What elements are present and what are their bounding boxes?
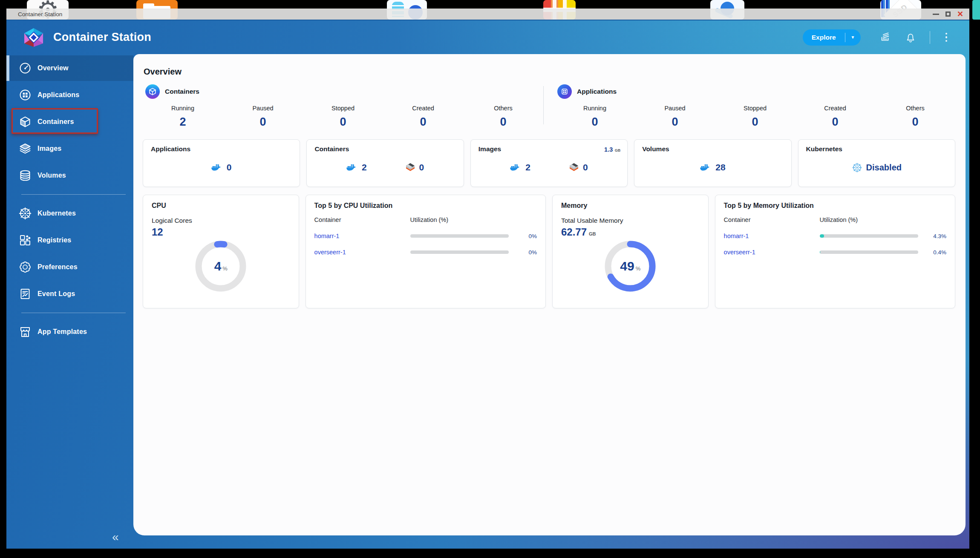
close-button[interactable]: ✕ bbox=[957, 10, 963, 18]
container-station-logo bbox=[23, 27, 45, 48]
docker-icon bbox=[510, 163, 522, 172]
sidebar-item-images[interactable]: Images bbox=[6, 136, 133, 161]
table-row: homarr-1 4.3% bbox=[724, 233, 946, 239]
table-header: Container Utilization (%) bbox=[724, 216, 946, 223]
utilization-bar bbox=[410, 250, 509, 254]
memory-top-card: Top 5 by Memory Utilization Container Ut… bbox=[715, 195, 955, 308]
event-logs-icon bbox=[19, 288, 32, 300]
brand: Container Station bbox=[6, 27, 803, 48]
stat-value: 0 bbox=[383, 115, 463, 129]
utilization-cards-row: CPU Logical Cores 12 4 % bbox=[143, 195, 955, 308]
sidebar-item-label: Preferences bbox=[37, 263, 78, 271]
stat-value: 0 bbox=[303, 115, 383, 129]
lxd-icon bbox=[405, 163, 415, 172]
app-area: Container Station Explore ▼ bbox=[6, 20, 969, 549]
utilization-percent: 0% bbox=[515, 233, 537, 239]
cpu-top-card: Top 5 by CPU Utilization Container Utili… bbox=[306, 195, 546, 308]
container-link[interactable]: overseerr-1 bbox=[314, 249, 410, 256]
sidebar-item-volumes[interactable]: Volumes bbox=[6, 163, 133, 188]
utilization-bar bbox=[820, 234, 918, 238]
docker-icon bbox=[211, 163, 223, 172]
sidebar-item-event-logs[interactable]: Event Logs bbox=[6, 281, 133, 307]
desktop-teal-icon bbox=[972, 0, 980, 20]
summary-cards-row: Applications 0 Contai bbox=[143, 139, 955, 187]
sidebar-item-label: App Templates bbox=[37, 328, 87, 336]
kubernetes-wheel-icon bbox=[852, 162, 862, 173]
sidebar-item-overview[interactable]: Overview bbox=[6, 55, 133, 81]
container-link[interactable]: homarr-1 bbox=[314, 233, 410, 239]
sidebar-item-app-templates[interactable]: App Templates bbox=[6, 319, 133, 345]
applications-card: Applications 0 bbox=[143, 139, 300, 187]
memory-gauge-value: 49 bbox=[620, 259, 634, 273]
kubernetes-card: Kubernetes bbox=[798, 139, 955, 187]
explore-button[interactable]: Explore ▼ bbox=[803, 29, 861, 46]
cpu-gauge-unit: % bbox=[222, 265, 228, 272]
stat-value: 0 bbox=[223, 115, 303, 129]
container-link[interactable]: overseerr-1 bbox=[724, 249, 820, 256]
sidebar: Overview Applications bbox=[6, 54, 133, 549]
containers-card: Containers 2 bbox=[306, 139, 464, 187]
docker-icon bbox=[700, 163, 712, 172]
overview-panel: Overview Containers bbox=[133, 54, 966, 535]
container-link[interactable]: homarr-1 bbox=[724, 233, 820, 239]
applications-icon bbox=[19, 89, 32, 101]
sidebar-item-kubernetes[interactable]: Kubernetes bbox=[6, 201, 133, 226]
kubernetes-status: Disabled bbox=[866, 163, 902, 173]
images-icon bbox=[19, 142, 32, 155]
sidebar-item-label: Containers bbox=[37, 118, 74, 126]
explore-label[interactable]: Explore bbox=[803, 29, 845, 46]
containers-status: Containers Running 2 Paused 0 bbox=[143, 84, 543, 129]
stat-value: 2 bbox=[143, 115, 223, 129]
table-row: overseerr-1 0.4% bbox=[724, 249, 946, 256]
window-title: Container Station bbox=[6, 11, 933, 17]
sidebar-item-label: Kubernetes bbox=[37, 210, 76, 217]
docker-count: 2 bbox=[525, 162, 530, 173]
more-options-icon[interactable] bbox=[943, 32, 950, 43]
notifications-bell-icon[interactable] bbox=[904, 31, 917, 44]
kubernetes-icon bbox=[19, 207, 32, 220]
images-total-size: 1.3 GB bbox=[604, 146, 620, 153]
sidebar-item-containers[interactable]: Containers bbox=[6, 109, 133, 135]
stat-column: Running 0 bbox=[555, 105, 635, 129]
sidebar-divider bbox=[21, 194, 126, 195]
minimize-button[interactable] bbox=[933, 14, 939, 15]
utilization-percent: 0% bbox=[515, 249, 537, 256]
overview-icon bbox=[19, 62, 32, 75]
explore-dropdown-caret-icon[interactable]: ▼ bbox=[845, 29, 861, 46]
volumes-icon bbox=[19, 169, 32, 182]
stat-column: Others 0 bbox=[875, 105, 955, 129]
memory-card: Memory Total Usable Memory 62.77GB 49 bbox=[552, 195, 709, 308]
sidebar-item-registries[interactable]: Registries bbox=[6, 227, 133, 253]
docker-count: 0 bbox=[227, 162, 232, 173]
sidebar-item-label: Images bbox=[37, 145, 61, 152]
cpu-metric-label: Logical Cores bbox=[152, 217, 290, 224]
images-card: Images 1.3 GB 2 bbox=[470, 139, 628, 187]
applications-status-label: Applications bbox=[577, 88, 617, 95]
memory-metric-value: 62.77GB bbox=[561, 226, 700, 238]
page-title: Overview bbox=[144, 67, 955, 77]
cpu-card: CPU Logical Cores 12 4 % bbox=[143, 195, 299, 308]
container-station-window: Container Station ✕ bbox=[6, 9, 969, 549]
app-title: Container Station bbox=[53, 31, 151, 44]
sidebar-item-label: Event Logs bbox=[37, 290, 75, 298]
docker-count: 2 bbox=[362, 162, 367, 173]
utilization-percent: 0.4% bbox=[924, 249, 946, 256]
maximize-button[interactable] bbox=[945, 12, 951, 17]
stat-value: 0 bbox=[555, 115, 635, 129]
lxd-count: 0 bbox=[583, 162, 588, 173]
sidebar-item-applications[interactable]: Applications bbox=[6, 82, 133, 108]
lxd-icon bbox=[569, 163, 579, 172]
docker-icon bbox=[346, 163, 358, 172]
header-divider bbox=[930, 31, 930, 44]
stat-value: 0 bbox=[875, 115, 955, 129]
sidebar-item-label: Applications bbox=[37, 91, 79, 99]
stat-column: Running 2 bbox=[143, 105, 223, 129]
collapse-sidebar-button[interactable]: « bbox=[112, 530, 119, 544]
utilization-percent: 4.3% bbox=[924, 233, 946, 239]
stat-column: Paused 0 bbox=[635, 105, 715, 129]
table-row: overseerr-1 0% bbox=[314, 249, 537, 256]
background-tasks-icon[interactable] bbox=[879, 31, 891, 44]
sidebar-item-preferences[interactable]: Preferences bbox=[6, 254, 133, 280]
cpu-gauge-value: 4 bbox=[214, 259, 222, 273]
cpu-metric-value: 12 bbox=[152, 226, 290, 238]
